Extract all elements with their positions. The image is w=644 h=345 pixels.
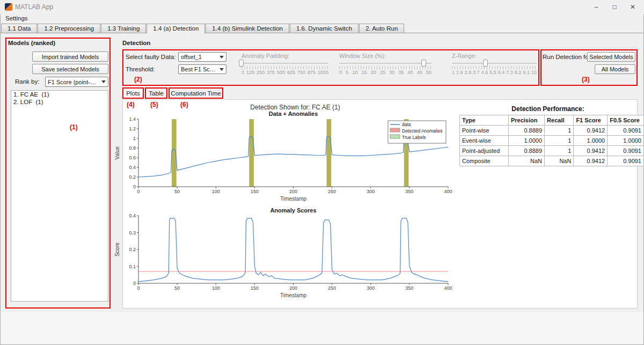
- z-range-thumb[interactable]: [483, 60, 488, 67]
- annotation-3: (3): [582, 76, 590, 83]
- window-size-track[interactable]: [339, 63, 431, 64]
- subtab-plots[interactable]: Plots: [122, 87, 144, 99]
- tab-simulink-detection[interactable]: 1.4 (b) Simulink Detection: [206, 24, 289, 33]
- z-range-ruler: [452, 66, 537, 69]
- save-selected-models-button[interactable]: Save selected Models: [32, 64, 108, 74]
- svg-text:200: 200: [289, 285, 297, 291]
- chevron-down-icon: [219, 68, 224, 71]
- svg-text:1: 1: [133, 136, 136, 141]
- subtab-computation-time[interactable]: Computation Time: [169, 87, 223, 99]
- window-size-ruler: [339, 66, 431, 69]
- tab-data[interactable]: 1.1 Data: [1, 24, 37, 33]
- window-size-thumb[interactable]: [421, 60, 426, 67]
- svg-text:150: 150: [251, 189, 259, 194]
- cell: 1.0000: [508, 136, 544, 146]
- z-range-track[interactable]: [452, 63, 537, 64]
- svg-text:100: 100: [212, 189, 220, 194]
- svg-text:0.8: 0.8: [129, 145, 136, 151]
- chevron-down-icon: [219, 56, 224, 58]
- annotation-2: (2): [134, 76, 142, 83]
- svg-text:400: 400: [444, 285, 452, 291]
- svg-text:0.2: 0.2: [129, 174, 136, 180]
- svg-text:True Labels: True Labels: [402, 135, 426, 140]
- svg-text:Value: Value: [114, 146, 120, 159]
- cell: Event-wise: [460, 136, 509, 146]
- svg-text:400: 400: [444, 189, 452, 194]
- maximize-icon[interactable]: □: [605, 0, 624, 14]
- threshold-label: Threshold:: [126, 66, 155, 72]
- col-precision: Precision: [508, 115, 544, 126]
- z-range-slider-group: Z-Range: 11.92.83.74.65.56.47.38.29.110: [452, 53, 537, 75]
- svg-text:50: 50: [174, 189, 180, 194]
- minimize-icon[interactable]: –: [587, 0, 605, 14]
- z-range-label: Z-Range:: [452, 53, 537, 60]
- annotation-1: (1): [70, 123, 78, 131]
- cell: Point-adjusted: [460, 146, 509, 156]
- cell: NaN: [545, 156, 574, 166]
- tab-training[interactable]: 1.3 Training: [101, 24, 146, 33]
- threshold-dropdown[interactable]: Best F1 Score (...: [178, 64, 226, 74]
- threshold-value: Best F1 Score (...: [181, 66, 217, 72]
- cell: Composite: [460, 156, 509, 166]
- tab-preprocessing[interactable]: 1.2 Preprocessing: [38, 24, 100, 33]
- svg-text:0.6: 0.6: [129, 155, 136, 160]
- menu-bar: Settings: [0, 14, 644, 23]
- svg-text:300: 300: [367, 285, 375, 291]
- cell: 0.8889: [508, 146, 544, 156]
- svg-text:50: 50: [174, 285, 180, 291]
- svg-text:0: 0: [133, 184, 136, 189]
- svg-text:0.3: 0.3: [129, 230, 136, 236]
- svg-text:Timestamp: Timestamp: [280, 196, 307, 202]
- svg-text:0: 0: [133, 281, 136, 286]
- cell: 1.0000: [574, 136, 608, 146]
- svg-text:100: 100: [212, 285, 220, 291]
- svg-text:Timestamp: Timestamp: [280, 292, 307, 298]
- import-trained-models-button[interactable]: Import trained Models: [32, 52, 108, 62]
- svg-text:0: 0: [137, 189, 140, 194]
- cell: 0.9091: [608, 126, 644, 136]
- close-icon[interactable]: ✕: [624, 0, 642, 14]
- menu-settings[interactable]: Settings: [5, 15, 28, 21]
- table-row[interactable]: Point-adjusted 0.8889 1 0.9412 0.9091: [460, 146, 644, 156]
- svg-text:Detected Anomalies: Detected Anomalies: [402, 128, 443, 134]
- chevron-down-icon: [101, 80, 106, 83]
- table-header-row: Type Precision Recall F1 Score F0.5 Scor…: [460, 115, 644, 126]
- table-row[interactable]: Event-wise 1.0000 1 1.0000 1.0000: [460, 136, 644, 146]
- svg-text:0: 0: [137, 285, 140, 291]
- faulty-data-dropdown[interactable]: offset_1: [178, 52, 226, 62]
- anomaly-padding-label: Anomaly Padding:: [241, 53, 328, 60]
- tab-dynamic-switch[interactable]: 1.6. Dynamic Switch: [290, 24, 358, 33]
- cell: 0.9412: [574, 156, 608, 166]
- cell: 1.0000: [608, 136, 644, 146]
- anomaly-padding-thumb[interactable]: [239, 60, 244, 67]
- cell: 0.9412: [574, 146, 608, 156]
- tab-auto-run[interactable]: 2. Auto Run: [359, 24, 404, 33]
- rank-by-dropdown[interactable]: F1 Score (point-wi...: [45, 77, 108, 87]
- svg-text:150: 150: [251, 285, 259, 291]
- subtab-table[interactable]: Table: [145, 87, 167, 99]
- table-row[interactable]: Composite NaN NaN 0.9412 0.9091: [460, 156, 644, 166]
- models-panel-title: Models (ranked): [8, 40, 55, 46]
- model-list-item[interactable]: 1. FC AE (1): [11, 91, 108, 98]
- selected-models-button[interactable]: Selected Models: [587, 52, 635, 62]
- model-list-item[interactable]: 2. LOF (1): [11, 98, 108, 106]
- col-f1: F1 Score: [574, 115, 608, 126]
- cell: 1: [545, 146, 574, 156]
- anomaly-padding-track[interactable]: [241, 63, 328, 64]
- detection-performance-title: Detection Performance:: [459, 105, 636, 113]
- svg-text:1.4: 1.4: [129, 116, 136, 122]
- matlab-app-icon: [5, 3, 12, 11]
- select-faulty-data-label: Select faulty Data:: [126, 54, 175, 60]
- col-type: Type: [460, 115, 509, 126]
- annotation-4: (4): [127, 101, 135, 108]
- svg-text:0.4: 0.4: [129, 165, 136, 170]
- window-size-ticklabels: 05101520253035404550: [339, 70, 431, 75]
- cell: 0.8889: [508, 126, 544, 136]
- table-row[interactable]: Point-wise 0.8889 1 0.9412 0.9091: [460, 126, 644, 136]
- rank-by-label: Rank by:: [15, 78, 39, 85]
- tab-detection[interactable]: 1.4 (a) Detection: [147, 24, 205, 33]
- all-models-button[interactable]: All Models: [595, 64, 635, 74]
- window-title: MATLAB App: [15, 3, 53, 11]
- models-listbox[interactable]: 1. FC AE (1) 2. LOF (1): [11, 90, 108, 302]
- anomaly-scores-chart: 05010015020025030035040000.10.20.30.4Ano…: [114, 207, 453, 302]
